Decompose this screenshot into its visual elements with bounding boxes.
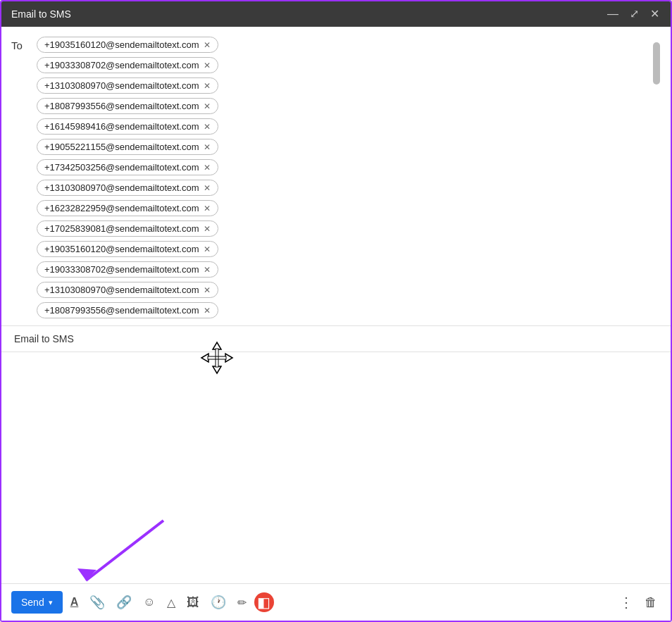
format-text-icon[interactable]: A (67, 593, 82, 611)
chip-email: +13103080970@sendemailtotext.com (44, 182, 199, 193)
chip-remove-button[interactable]: ✕ (204, 143, 211, 151)
email-window: Email to SMS — ⤢ ✕ To +19035160120@sende… (0, 0, 672, 622)
chip-remove-button[interactable]: ✕ (204, 225, 211, 233)
chip-remove-button[interactable]: ✕ (204, 204, 211, 213)
recipients-list[interactable]: +19035160120@sendemailtotext.com✕+190333… (37, 37, 645, 318)
drive-icon[interactable]: △ (163, 593, 179, 612)
subject-text: Email to SMS (14, 333, 74, 344)
recipient-chip: +19055221155@sendemailtotext.com✕ (37, 139, 218, 155)
send-dropdown-arrow: ▾ (49, 598, 53, 607)
recipient-chip: +19033308702@sendemailtotext.com✕ (37, 261, 218, 278)
recipient-chip: +18087993556@sendemailtotext.com✕ (37, 302, 218, 318)
chip-remove-button[interactable]: ✕ (204, 306, 211, 315)
more-options-icon[interactable]: ⋮ (616, 591, 637, 614)
minimize-button[interactable]: — (606, 8, 620, 20)
chip-email: +19033308702@sendemailtotext.com (44, 60, 199, 70)
to-label: To (11, 37, 31, 51)
recipient-chip: +18087993556@sendemailtotext.com✕ (37, 98, 218, 114)
chip-remove-button[interactable]: ✕ (204, 41, 211, 49)
recipient-chip: +16232822959@sendemailtotext.com✕ (37, 200, 218, 216)
chip-remove-button[interactable]: ✕ (204, 245, 211, 254)
send-label: Send (21, 597, 44, 608)
template-icon[interactable]: ◧ (254, 592, 274, 612)
recipient-chip: +19035160120@sendemailtotext.com✕ (37, 241, 218, 257)
chip-email: +17025839081@sendemailtotext.com (44, 223, 199, 234)
chip-email: +13103080970@sendemailtotext.com (44, 285, 199, 295)
recipient-chip: +19033308702@sendemailtotext.com✕ (37, 57, 218, 73)
chip-email: +17342503256@sendemailtotext.com (44, 162, 199, 173)
clock-icon[interactable]: 🕐 (207, 592, 230, 613)
chip-email: +19035160120@sendemailtotext.com (44, 39, 199, 50)
toolbar: Send ▾ A 📎 🔗 ☺ △ 🖼 🕐 ✏ ◧ ⋮ 🗑 (1, 583, 671, 621)
chip-remove-button[interactable]: ✕ (204, 102, 211, 111)
chip-email: +18087993556@sendemailtotext.com (44, 305, 199, 316)
chip-remove-button[interactable]: ✕ (204, 184, 211, 192)
recipient-chip: +16145989416@sendemailtotext.com✕ (37, 118, 218, 135)
chip-email: +19035160120@sendemailtotext.com (44, 244, 199, 254)
maximize-button[interactable]: ⤢ (628, 8, 640, 20)
body-area[interactable] (1, 352, 671, 583)
recipient-chip: +17025839081@sendemailtotext.com✕ (37, 220, 218, 237)
chip-email: +16145989416@sendemailtotext.com (44, 121, 199, 132)
chip-email: +16232822959@sendemailtotext.com (44, 203, 199, 213)
window-controls: — ⤢ ✕ (606, 8, 661, 20)
delete-icon[interactable]: 🗑 (641, 592, 661, 613)
chip-remove-button[interactable]: ✕ (204, 82, 211, 90)
subject-area: Email to SMS (1, 326, 671, 352)
recipient-chip: +13103080970@sendemailtotext.com✕ (37, 282, 218, 298)
chip-email: +18087993556@sendemailtotext.com (44, 101, 199, 111)
chip-remove-button[interactable]: ✕ (204, 61, 211, 70)
chip-email: +19033308702@sendemailtotext.com (44, 264, 199, 275)
close-button[interactable]: ✕ (649, 8, 661, 20)
pen-icon[interactable]: ✏ (234, 593, 250, 612)
recipient-chip: +13103080970@sendemailtotext.com✕ (37, 180, 218, 196)
chip-remove-button[interactable]: ✕ (204, 163, 211, 172)
titlebar: Email to SMS — ⤢ ✕ (1, 1, 671, 27)
attach-icon[interactable]: 📎 (86, 592, 108, 613)
recipient-chip: +17342503256@sendemailtotext.com✕ (37, 159, 218, 175)
recipient-chip: +13103080970@sendemailtotext.com✕ (37, 77, 218, 94)
photo-icon[interactable]: 🖼 (183, 592, 203, 613)
chip-remove-button[interactable]: ✕ (204, 266, 211, 274)
chip-email: +19055221155@sendemailtotext.com (44, 142, 199, 152)
recipients-area: To +19035160120@sendemailtotext.com✕+190… (1, 27, 671, 326)
emoji-icon[interactable]: ☺ (139, 592, 158, 612)
link-icon[interactable]: 🔗 (113, 592, 135, 613)
chip-remove-button[interactable]: ✕ (204, 123, 211, 131)
chip-email: +13103080970@sendemailtotext.com (44, 80, 199, 91)
recipient-chip: +19035160120@sendemailtotext.com✕ (37, 37, 218, 53)
scrollbar-thumb (653, 42, 660, 85)
window-title: Email to SMS (11, 8, 71, 20)
chip-remove-button[interactable]: ✕ (204, 286, 211, 294)
send-button[interactable]: Send ▾ (11, 591, 63, 614)
